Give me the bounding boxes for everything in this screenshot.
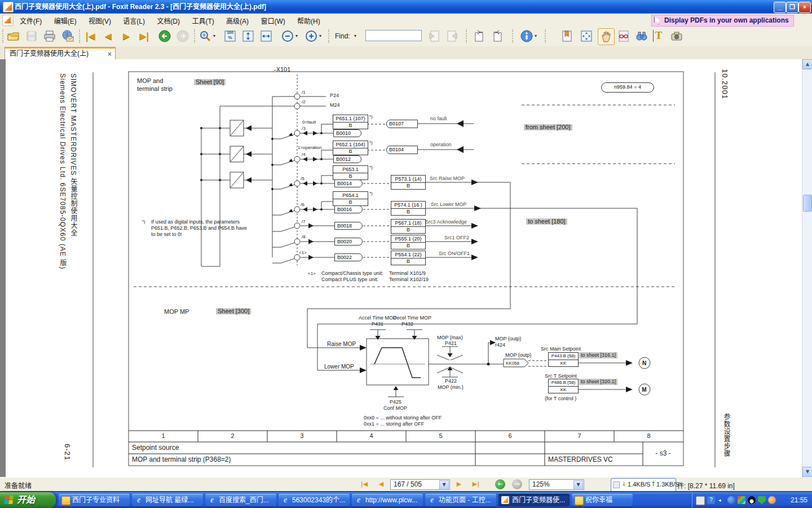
fit-width-button[interactable] [258,28,274,44]
find-input[interactable] [365,30,422,41]
foxit-icon [501,496,509,504]
task-folder-siemens[interactable]: 西门子专业资料 [59,494,130,506]
download-speed: 1.4KB/S [628,479,650,490]
n-node-label: N [641,360,648,367]
task-ie-plcw[interactable]: ehttp://www.plcw... [352,494,423,506]
scroll-up-icon[interactable]: ▲ [802,59,812,69]
properties-caret[interactable]: ▾ [535,33,537,38]
select-text-button[interactable]: T [651,28,667,44]
tray-scan-icon[interactable] [768,496,776,504]
next-view-button[interactable] [175,28,191,44]
margin-chapter: 参数设置步骤 [722,413,731,457]
document-tab[interactable]: 西门子变频器使用大全(上) × [5,47,116,59]
actual-size-button[interactable]: 100% [222,28,238,44]
table-col-8: 8 [614,433,683,439]
save-button[interactable] [24,28,39,44]
prev-page-button[interactable]: ◀ [100,28,116,44]
zoom-tool-button[interactable] [197,28,213,44]
properties-button[interactable] [519,28,535,44]
menu-tools[interactable]: 工具(T) [187,14,219,27]
task-ie-qzone[interactable]: e563002343的个... [279,494,350,506]
search-button[interactable] [634,28,650,44]
zoom-out-button[interactable] [280,28,295,44]
scrollbar-thumb[interactable] [803,195,812,212]
start-button[interactable]: 开始 [0,492,56,508]
menu-file[interactable]: 文件(F) [15,14,47,27]
margin-product: SIMOVERT MASTERDRIVES 矢量控制使用大全 [69,73,78,237]
open-button[interactable] [6,28,21,44]
menu-language[interactable]: 语言(L) [118,14,150,27]
navigation-panel-button[interactable] [579,28,594,44]
task-ie-gongkong[interactable]: e功能页面 - 工控... [425,494,496,506]
menu-edit[interactable]: 编辑(E) [49,14,82,27]
scroll-down-icon[interactable]: ▼ [802,467,812,477]
status-next-page-button[interactable]: ▶ [454,480,464,489]
menu-help[interactable]: 帮助(H) [292,14,325,27]
snapshot-view-button[interactable] [616,28,632,44]
zoom-level-combo[interactable]: 125%▼ [529,479,584,490]
input-help-icon[interactable]: ? [707,496,715,504]
terminal-8: /8 [302,234,306,240]
first-page-button[interactable]: |◀ [82,28,98,44]
status-back-button[interactable]: ← [495,479,505,489]
menu-advanced[interactable]: 高级(A) [221,14,254,27]
find-previous-button[interactable] [426,28,442,44]
rotate-right-button[interactable] [489,28,505,44]
tray-windows-icon[interactable] [738,496,745,504]
toolbar-gripper [545,29,548,43]
find-caret[interactable]: ▾ [354,33,356,38]
previous-view-button[interactable] [157,28,173,44]
vertical-scrollbar[interactable]: ▲ ▼ [802,59,812,477]
tab-close-icon[interactable]: × [108,49,112,59]
tray-shield-icon[interactable] [758,496,766,504]
keyboard-icon[interactable] [696,496,705,505]
selector-p555-box: P555.1 (20)B [391,235,426,249]
task-ie-nav[interactable]: e网址导航 最绿... [132,494,203,506]
next-page-button[interactable]: ▶ [118,28,134,44]
open-folder-icon [7,29,20,43]
menu-window[interactable]: 窗口(W) [255,14,290,27]
tray-back-icon[interactable] [727,496,735,504]
task-note[interactable]: 祝你幸福 [572,494,633,506]
zoom-tool-caret[interactable]: ▾ [213,33,215,38]
tray-qq-icon[interactable] [748,496,756,504]
compact-line2b: Terminal X102/19 [389,277,429,283]
fit-page-button[interactable] [240,28,256,44]
rotate-left-icon [473,29,486,43]
task-ie-baidu[interactable]: e百度搜索_西门... [205,494,276,506]
snapshot-button[interactable] [669,28,685,44]
find-next-button[interactable] [444,28,460,44]
zoom-out-caret[interactable]: ▾ [295,33,298,38]
menu-document[interactable]: 文档(D) [152,14,185,27]
zoom-combo-caret[interactable]: ▼ [573,480,583,490]
status-first-page-button[interactable]: |◀ [360,480,369,489]
menu-view[interactable]: 视图(V) [83,14,116,27]
minimize-button[interactable]: _ [774,2,786,13]
zoom-in-caret[interactable]: ▾ [319,33,321,38]
last-page-button[interactable]: ▶| [136,28,152,44]
page-combo-caret[interactable]: ▼ [439,480,449,490]
bookmark-button[interactable] [559,28,575,44]
binector-b0022: B0022 [334,253,363,261]
hand-tool-button[interactable] [598,28,615,45]
close-button[interactable]: × [798,2,811,13]
page-number-combo[interactable]: 167 / 505▼ [390,479,450,490]
send-email-button[interactable] [60,28,76,44]
zoom-in-button[interactable] [303,28,319,44]
task-foxit-active[interactable]: 西门子变频器使... [498,494,570,506]
toolbar-gripper [328,29,331,43]
status-forward-button[interactable]: → [512,479,522,489]
show-hidden-icons-chevron[interactable]: ◂ [718,496,726,504]
p431-label: P431 [372,321,383,327]
rotate-right-icon [491,29,504,43]
print-button[interactable] [42,28,58,44]
rotate-left-button[interactable] [471,28,487,44]
restore-button[interactable]: ❐ [786,2,798,13]
tab-title: 西门子变频器使用大全(上) [10,50,89,58]
r424-label: r424 [495,342,505,348]
for-t-control-label: (for T control ) [545,396,576,402]
ad-banner[interactable]: Display PDFs in your own applications [651,15,794,27]
terminal-1: /1 [302,89,306,95]
status-prev-page-button[interactable]: ◀ [377,480,386,489]
status-last-page-button[interactable]: ▶| [471,480,480,489]
